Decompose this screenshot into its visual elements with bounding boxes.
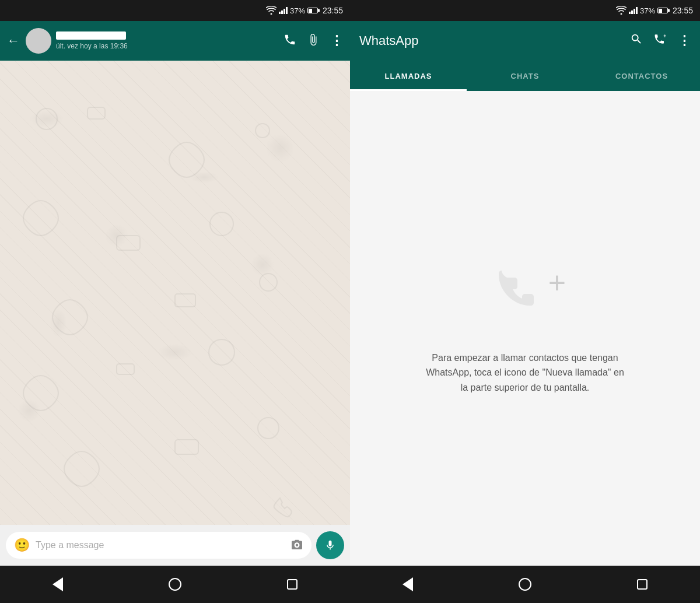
calls-icon-wrapper: + [484, 262, 566, 332]
chat-wallpaper [0, 61, 350, 525]
attach-icon[interactable] [307, 33, 320, 49]
chat-doodles [0, 61, 327, 525]
left-status-icons: 37% 23:55 [266, 6, 343, 15]
signal-icon [279, 7, 288, 14]
left-panel: 37% 23:55 ← últ. vez hoy a las 19:36 [0, 0, 350, 603]
left-status-bar: 37% 23:55 [0, 0, 350, 21]
right-back-btn[interactable] [402, 577, 413, 591]
chat-body [0, 61, 350, 525]
tab-llamadas-label: LLAMADAS [385, 72, 432, 80]
contact-avatar [26, 28, 51, 54]
time-right: 23:55 [673, 6, 693, 15]
left-recents-btn[interactable] [287, 579, 298, 590]
svg-point-11 [296, 544, 299, 546]
svg-text:+: + [663, 33, 666, 39]
svg-rect-5 [175, 294, 195, 307]
message-placeholder[interactable]: Type a message [36, 540, 285, 551]
battery-pct-right: 37% [640, 6, 655, 15]
left-nav-bar [0, 566, 350, 603]
plus-icon: + [548, 268, 566, 298]
more-options-icon[interactable]: ⋮ [330, 33, 343, 48]
right-signal-icon [629, 7, 638, 14]
tab-contactos-label: CONTACTOS [615, 72, 668, 80]
wifi-icon [266, 6, 276, 15]
chat-header: ← últ. vez hoy a las 19:36 ⋮ [0, 21, 350, 61]
camera-icon[interactable] [290, 539, 303, 552]
left-back-btn[interactable] [52, 577, 63, 591]
emoji-icon[interactable]: 🙂 [14, 538, 30, 553]
battery-icon-left [307, 8, 318, 13]
add-call-icon[interactable]: + [653, 33, 667, 49]
right-more-options-icon[interactable]: ⋮ [678, 33, 691, 48]
search-icon[interactable] [630, 33, 643, 49]
svg-point-0 [36, 108, 57, 129]
back-button[interactable]: ← [7, 33, 20, 48]
battery-pct-left: 37% [290, 6, 305, 15]
svg-point-8 [209, 339, 235, 365]
calls-empty-state: + Para empezar a llamar contactos que te… [350, 91, 700, 566]
svg-rect-9 [175, 440, 198, 454]
app-header: WhatsApp + ⋮ [350, 21, 700, 61]
right-status-icons: 37% 23:55 [616, 6, 693, 15]
svg-point-6 [260, 274, 277, 291]
contact-name-bar [56, 31, 126, 40]
right-recents-btn[interactable] [637, 579, 648, 590]
call-icon[interactable] [284, 33, 296, 49]
tab-chats[interactable]: CHATS [467, 61, 583, 91]
chat-header-icons: ⋮ [284, 33, 343, 49]
svg-point-10 [258, 418, 279, 439]
svg-point-4 [210, 212, 233, 236]
svg-rect-3 [117, 236, 140, 250]
tab-chats-label: CHATS [511, 72, 540, 80]
tab-llamadas[interactable]: LLAMADAS [350, 61, 467, 91]
tab-contactos[interactable]: CONTACTOS [583, 61, 700, 91]
svg-point-2 [256, 124, 270, 138]
right-status-bar: 37% 23:55 [350, 0, 700, 21]
phone-empty-icon [484, 262, 542, 320]
right-home-btn[interactable] [519, 578, 531, 591]
contact-status: últ. vez hoy a las 19:36 [56, 42, 279, 50]
app-title: WhatsApp [359, 33, 630, 48]
calls-empty-description: Para empezar a llamar contactos que teng… [426, 350, 624, 395]
right-wifi-icon [616, 6, 626, 15]
left-home-btn[interactable] [169, 578, 181, 591]
tabs-bar: LLAMADAS CHATS CONTACTOS [350, 61, 700, 91]
app-header-icons: + ⋮ [630, 33, 691, 49]
time-left: 23:55 [323, 6, 343, 15]
right-nav-bar [350, 566, 700, 603]
battery-icon-right [657, 8, 668, 13]
svg-rect-7 [117, 364, 134, 374]
message-input-box[interactable]: 🙂 Type a message [6, 532, 312, 559]
mic-button[interactable] [316, 531, 344, 559]
right-panel: 37% 23:55 WhatsApp + ⋮ [350, 0, 700, 603]
svg-rect-1 [88, 107, 105, 119]
message-input-bar: 🙂 Type a message [0, 525, 350, 566]
contact-info: últ. vez hoy a las 19:36 [56, 31, 279, 50]
